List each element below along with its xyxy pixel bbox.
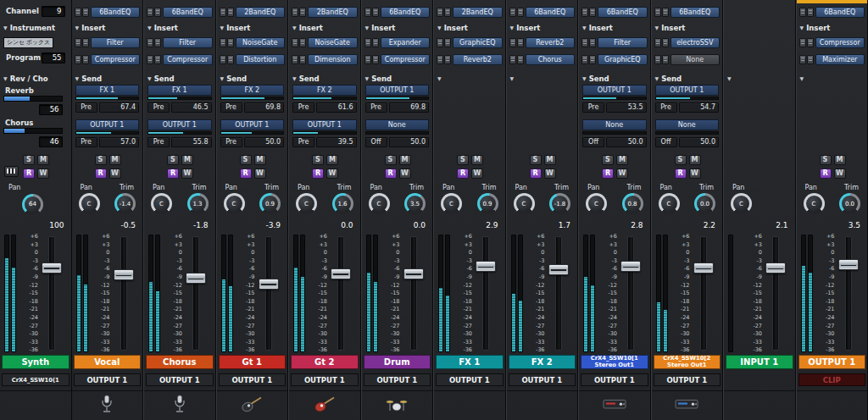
fader-track[interactable] <box>265 236 272 351</box>
channel-output-label[interactable]: OUTPUT 1 <box>364 373 431 386</box>
slot-edit-toggle-icon[interactable] <box>517 8 524 17</box>
send-section-header[interactable]: ▼ <box>507 74 578 83</box>
send-section-header[interactable]: ▼ <box>797 74 868 83</box>
fader-value[interactable]: -1.8 <box>193 221 209 229</box>
slot-edit-toggle-icon[interactable] <box>517 38 524 47</box>
pan-knob[interactable]: C <box>731 193 752 214</box>
fader-track[interactable] <box>482 236 489 351</box>
send-pre-toggle[interactable]: Pre <box>147 137 170 147</box>
solo-button[interactable]: S <box>23 155 35 165</box>
slot-edit-toggle-icon[interactable] <box>299 55 306 64</box>
channel-name-label[interactable]: Gt 2 <box>291 355 359 369</box>
insert-slot-button[interactable]: Filter <box>598 37 648 48</box>
fader-value[interactable]: 0.0 <box>341 221 353 229</box>
send-section-header[interactable]: ▼Send <box>72 74 143 83</box>
send-value-field[interactable]: 50.0 <box>606 137 647 147</box>
slot-edit-toggle-icon[interactable] <box>662 55 669 64</box>
channel-name-label[interactable]: Synth <box>2 355 70 369</box>
slot-edit-toggle-icon[interactable] <box>444 8 451 17</box>
slot-power-toggle-icon[interactable] <box>75 8 81 17</box>
insert-section-header[interactable]: ▼Insert <box>144 23 215 32</box>
channel-output-label[interactable]: OUTPUT 1 <box>509 373 576 386</box>
automation-read-button[interactable]: R <box>602 169 614 179</box>
send-level-bar[interactable] <box>147 97 212 100</box>
fader-handle[interactable] <box>620 261 641 272</box>
eq-button[interactable]: 6BandEQ <box>163 7 213 18</box>
fader-value[interactable]: 0.0 <box>414 221 426 229</box>
solo-button[interactable]: S <box>95 155 107 165</box>
send-value-field[interactable]: 46.5 <box>171 102 212 113</box>
automation-read-button[interactable]: R <box>820 169 832 179</box>
automation-write-button[interactable]: W <box>254 169 266 179</box>
send-slot-button[interactable]: FX 2 <box>292 85 357 96</box>
slot-power-toggle-icon[interactable] <box>799 55 806 64</box>
send-value-field[interactable]: 50.0 <box>679 137 720 147</box>
slot-edit-toggle-icon[interactable] <box>662 8 669 17</box>
slot-power-toggle-icon[interactable] <box>437 38 443 47</box>
insert-slot-button[interactable]: Dimension <box>308 54 358 65</box>
mute-button[interactable]: M <box>544 155 556 165</box>
insert-slot-button[interactable]: Chorus <box>526 54 576 65</box>
send-slot-button[interactable]: None <box>365 119 430 130</box>
channel-name-label[interactable]: FX 1 <box>436 355 504 369</box>
pan-knob[interactable]: C <box>369 193 390 214</box>
revcho-section-header[interactable]: ▼ Rev / Cho <box>0 74 71 83</box>
fader-value[interactable]: 2.2 <box>704 221 715 229</box>
send-level-bar[interactable] <box>365 97 430 100</box>
send-pre-toggle[interactable]: Off <box>655 137 677 147</box>
automation-read-button[interactable]: R <box>167 169 179 179</box>
fader-track[interactable] <box>555 236 562 351</box>
slot-edit-toggle-icon[interactable] <box>807 55 814 64</box>
channel-output-label[interactable]: CrX4_SSW10(1 <box>2 373 70 386</box>
send-pre-toggle[interactable]: Pre <box>292 102 314 113</box>
slot-power-toggle-icon[interactable] <box>654 8 661 17</box>
fader-handle[interactable] <box>114 269 134 280</box>
automation-write-button[interactable]: W <box>834 169 846 179</box>
chorus-send-slider[interactable] <box>3 128 63 134</box>
send-pre-toggle[interactable]: Pre <box>365 102 387 113</box>
slot-power-toggle-icon[interactable] <box>581 8 588 17</box>
slot-power-toggle-icon[interactable] <box>509 55 516 64</box>
send-section-header[interactable]: ▼Send <box>652 74 723 83</box>
solo-button[interactable]: S <box>602 155 614 165</box>
insert-slot-button[interactable]: Maximizer <box>815 54 865 65</box>
send-slot-button[interactable]: FX 1 <box>147 85 212 96</box>
slot-power-toggle-icon[interactable] <box>581 55 588 64</box>
fader-value[interactable]: -0.5 <box>120 221 136 229</box>
slot-power-toggle-icon[interactable] <box>292 38 298 47</box>
eq-button[interactable]: 2BandEQ <box>453 7 503 18</box>
send-level-bar[interactable] <box>220 131 285 135</box>
fader-handle[interactable] <box>693 262 714 274</box>
fader-value[interactable]: 1.7 <box>559 221 570 229</box>
insert-slot-button[interactable]: electroSSV <box>670 37 721 48</box>
slot-edit-toggle-icon[interactable] <box>444 55 451 64</box>
slot-power-toggle-icon[interactable] <box>364 38 371 47</box>
mute-button[interactable]: M <box>689 155 701 165</box>
fader-track[interactable] <box>337 236 344 351</box>
fader-track[interactable] <box>120 236 127 351</box>
clip-indicator[interactable]: CLIP <box>798 373 866 386</box>
automation-write-button[interactable]: W <box>37 169 49 179</box>
pan-knob[interactable]: C <box>224 193 245 214</box>
pan-knob[interactable]: C <box>296 193 317 214</box>
send-value-field[interactable]: 50.0 <box>244 137 285 147</box>
mute-button[interactable]: M <box>471 155 483 165</box>
slot-power-toggle-icon[interactable] <box>437 55 443 64</box>
send-section-header[interactable]: ▼Send <box>289 74 360 83</box>
chorus-send-value[interactable]: 46 <box>39 136 63 147</box>
instrument-name-button[interactable]: シンセ ボックス <box>3 37 53 48</box>
channel-name-label[interactable]: FX 2 <box>509 355 576 369</box>
slot-edit-toggle-icon[interactable] <box>517 55 524 64</box>
send-pre-toggle[interactable]: Off <box>582 137 604 147</box>
automation-read-button[interactable]: R <box>530 169 542 179</box>
slot-power-toggle-icon[interactable] <box>799 8 806 17</box>
eq-button[interactable]: 6BandEQ <box>526 7 576 18</box>
send-level-bar[interactable] <box>582 97 647 100</box>
send-value-field[interactable]: 50.0 <box>389 137 430 147</box>
channel-output-label[interactable]: OUTPUT 1 <box>219 373 287 386</box>
solo-button[interactable]: S <box>167 155 179 165</box>
automation-read-button[interactable]: R <box>23 169 35 179</box>
fader-track[interactable] <box>48 236 55 351</box>
eq-button[interactable]: 6BandEQ <box>670 7 721 18</box>
trim-knob[interactable]: 1.6 <box>332 193 353 214</box>
